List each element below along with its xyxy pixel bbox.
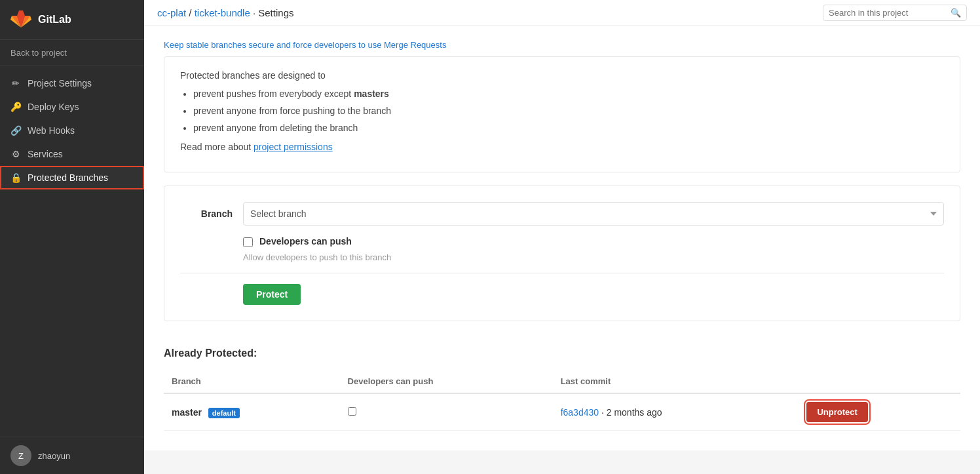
sidebar: GitLab Back to project ✏ Project Setting… — [0, 0, 144, 474]
th-last-commit: Last commit — [553, 370, 799, 393]
webhook-icon: 🔗 — [10, 125, 21, 136]
sidebar-header: GitLab — [0, 0, 144, 40]
th-actions — [799, 370, 960, 393]
commit-cell: f6a3d430 · 2 months ago — [553, 393, 799, 431]
sidebar-label-web-hooks: Web Hooks — [28, 125, 75, 136]
developers-can-push-hint: Allow developers to push to this branch — [243, 252, 944, 262]
info-box: Protected branches are designed to preve… — [164, 56, 960, 172]
sidebar-label-services: Services — [28, 149, 63, 159]
masters-bold: masters — [354, 89, 389, 99]
developers-can-push-label: Developers can push — [259, 236, 352, 247]
project-permissions-link[interactable]: project permissions — [254, 142, 333, 152]
info-intro: Protected branches are designed to — [180, 70, 944, 81]
avatar: Z — [10, 445, 31, 466]
gear-icon: ⚙ — [10, 149, 21, 159]
content-inner: Keep stable branches secure and force de… — [144, 26, 980, 347]
info-point-1: prevent pushes from everybody except mas… — [193, 87, 944, 101]
stable-branches-link[interactable]: Keep stable branches secure and force de… — [164, 40, 446, 50]
sidebar-label-protected-branches: Protected Branches — [28, 172, 108, 183]
sidebar-title: GitLab — [38, 14, 71, 26]
sidebar-label-deploy-keys: Deploy Keys — [28, 102, 79, 112]
branch-label: Branch — [180, 208, 233, 219]
already-protected-section: Already Protected: Branch Developers can… — [144, 347, 980, 450]
table-row: master default f6a3d430 · 2 months ago U… — [164, 393, 960, 431]
th-dev-push: Developers can push — [340, 370, 553, 393]
protected-table: Branch Developers can push Last commit m… — [164, 370, 960, 431]
sidebar-item-web-hooks[interactable]: 🔗 Web Hooks — [0, 119, 144, 142]
branch-cell: master default — [164, 393, 340, 431]
commit-hash: f6a3d430 — [561, 407, 599, 418]
table-header-row: Branch Developers can push Last commit — [164, 370, 960, 393]
search-box[interactable]: 🔍 — [823, 5, 967, 21]
content: Keep stable branches secure and force de… — [144, 26, 980, 474]
username: zhaoyun — [38, 451, 70, 461]
sidebar-nav: ✏ Project Settings 🔑 Deploy Keys 🔗 Web H… — [0, 66, 144, 437]
developers-can-push-row: Developers can push — [243, 236, 944, 247]
dev-push-cell — [340, 393, 553, 431]
th-branch: Branch — [164, 370, 340, 393]
branch-form-row: Branch Select branch — [180, 202, 944, 226]
default-badge: default — [208, 408, 240, 418]
read-more-text: Read more about project permissions — [180, 142, 944, 152]
sidebar-item-project-settings[interactable]: ✏ Project Settings — [0, 71, 144, 95]
developers-can-push-checkbox[interactable] — [243, 237, 253, 247]
main-area: cc-plat / ticket-bundle · Settings 🔍 Kee… — [144, 0, 980, 474]
already-protected-title: Already Protected: — [164, 347, 960, 359]
breadcrumb: cc-plat / ticket-bundle · Settings — [157, 7, 293, 18]
info-point-3: prevent anyone from deleting the branch — [193, 121, 944, 135]
branch-name: master — [172, 407, 202, 418]
search-input[interactable] — [829, 8, 947, 18]
branch-form: Branch Select branch Developers can push… — [164, 186, 960, 321]
topbar: cc-plat / ticket-bundle · Settings 🔍 — [144, 0, 980, 26]
search-icon: 🔍 — [951, 8, 961, 18]
settings-icon: ✏ — [10, 78, 21, 89]
protect-button[interactable]: Protect — [243, 284, 301, 305]
back-to-project-link[interactable]: Back to project — [0, 40, 144, 66]
breadcrumb-link-cc-plat[interactable]: cc-plat — [157, 7, 186, 18]
breadcrumb-link-ticket-bundle[interactable]: ticket-bundle — [195, 7, 250, 18]
sidebar-footer: Z zhaoyun — [0, 437, 144, 474]
info-points-list: prevent pushes from everybody except mas… — [180, 87, 944, 135]
form-divider — [180, 273, 944, 273]
key-icon: 🔑 — [10, 102, 21, 112]
sidebar-label-project-settings: Project Settings — [28, 78, 92, 89]
unprotect-button[interactable]: Unprotect — [806, 402, 867, 422]
protected-table-head: Branch Developers can push Last commit — [164, 370, 960, 393]
info-point-2: prevent anyone from force pushing to the… — [193, 104, 944, 118]
row-dev-push-checkbox[interactable] — [348, 407, 356, 416]
gitlab-logo-icon — [10, 9, 31, 30]
sidebar-item-protected-branches[interactable]: 🔒 Protected Branches — [0, 166, 144, 189]
branch-select[interactable]: Select branch — [243, 202, 944, 226]
actions-cell: Unprotect — [799, 393, 960, 431]
sidebar-item-deploy-keys[interactable]: 🔑 Deploy Keys — [0, 95, 144, 119]
sidebar-item-services[interactable]: ⚙ Services — [0, 142, 144, 166]
protected-table-body: master default f6a3d430 · 2 months ago U… — [164, 393, 960, 431]
lock-icon: 🔒 — [10, 172, 21, 183]
